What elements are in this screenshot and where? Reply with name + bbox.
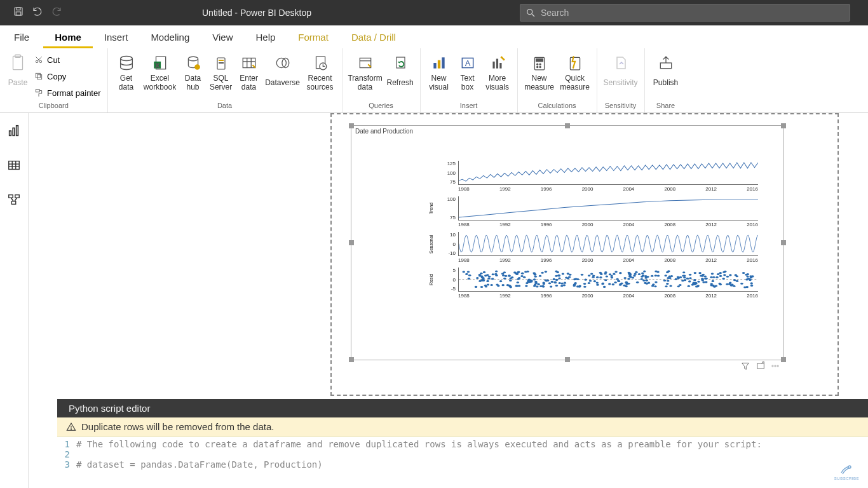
svg-point-116 [627,278,630,280]
svg-point-372 [558,274,560,276]
search-box[interactable]: Search [520,4,850,22]
save-icon[interactable] [13,6,24,20]
svg-point-381 [534,274,536,276]
focus-mode-icon[interactable] [756,361,766,374]
svg-point-163 [683,276,686,278]
svg-rect-43 [536,59,543,62]
tab-modeling[interactable]: Modeling [139,27,201,48]
svg-point-294 [688,280,691,282]
svg-point-46 [536,66,538,67]
svg-point-251 [695,281,697,283]
tab-help[interactable]: Help [245,27,287,48]
svg-point-71 [750,285,753,287]
svg-point-334 [667,270,670,272]
dataverse-button[interactable]: Dataverse [263,51,302,102]
svg-point-357 [609,273,611,275]
left-rail [0,113,29,488]
svg-point-273 [677,277,679,279]
svg-point-296 [475,286,477,288]
recent-sources-button[interactable]: Recent sources [302,51,338,102]
svg-point-100 [596,276,599,278]
svg-point-389 [71,428,71,429]
code-editor[interactable]: 1# The following code to create a datafr… [57,437,868,488]
editor-warning: Duplicate rows will be removed from the … [57,417,868,437]
svg-point-322 [719,275,722,277]
paste-button[interactable]: Paste [4,51,32,102]
format-painter-button[interactable]: Format painter [34,85,101,100]
svg-point-108 [596,284,599,286]
svg-point-377 [646,283,648,285]
svg-point-375 [617,280,620,281]
svg-point-287 [625,281,628,283]
group-data-label: Data [112,102,338,111]
cut-button[interactable]: Cut [34,52,101,67]
tab-home[interactable]: Home [43,27,93,48]
more-options-icon[interactable] [771,361,780,374]
publish-button[interactable]: Publish [649,51,683,102]
excel-workbook-button[interactable]: XExcel workbook [141,51,179,102]
svg-point-306 [511,276,513,278]
new-visual-button[interactable]: New visual [424,51,454,102]
model-view-icon[interactable] [4,189,24,210]
new-measure-button[interactable]: New measure [522,51,557,102]
svg-point-319 [515,273,518,275]
svg-point-151 [509,280,512,281]
svg-point-226 [746,276,749,278]
copy-button[interactable]: Copy [34,69,101,84]
svg-point-120 [698,272,701,274]
svg-rect-51 [13,128,15,135]
svg-point-379 [526,282,528,284]
tab-data-drill[interactable]: Data / Drill [340,27,407,48]
svg-rect-53 [9,161,20,170]
svg-point-286 [713,286,715,288]
svg-point-267 [567,273,569,274]
quick-measure-button[interactable]: Quick measure [557,51,593,102]
svg-point-256 [654,274,657,276]
enter-data-button[interactable]: Enter data [235,51,263,102]
svg-point-107 [584,279,587,281]
svg-rect-21 [219,60,224,61]
svg-point-356 [564,282,566,284]
svg-point-196 [601,283,604,285]
editor-title[interactable]: Python script editor [57,399,868,417]
refresh-button[interactable]: Refresh [384,51,416,102]
svg-point-288 [712,276,715,278]
svg-rect-58 [9,195,13,198]
tab-view[interactable]: View [201,27,244,48]
svg-point-350 [516,285,519,287]
svg-point-343 [745,278,748,280]
svg-rect-5 [13,56,23,69]
data-hub-button[interactable]: Data hub [179,51,207,102]
svg-point-295 [533,285,536,287]
get-data-button[interactable]: Get data [112,51,141,102]
svg-point-376 [728,283,731,285]
svg-line-62 [15,198,17,201]
svg-point-385 [772,365,773,367]
svg-point-330 [705,278,707,280]
svg-point-337 [632,277,634,279]
sql-server-button[interactable]: SQL Server [207,51,235,102]
transform-data-button[interactable]: Transform data [346,51,384,102]
svg-point-82 [560,283,563,285]
svg-point-269 [563,284,566,286]
svg-point-323 [749,275,752,277]
more-visuals-button[interactable]: More visuals [482,51,513,102]
svg-point-283 [574,282,576,284]
report-canvas[interactable]: Date and Production 12510075 19881992199… [29,113,868,488]
data-view-icon[interactable] [4,155,24,175]
filter-icon[interactable] [740,361,750,374]
svg-point-248 [675,278,677,280]
undo-icon[interactable] [32,6,43,20]
text-box-button[interactable]: AText box [454,51,482,102]
report-view-icon[interactable] [4,121,24,141]
plot-trend: Trend 10075 1988199219962000200420082012… [440,196,758,228]
svg-point-136 [667,280,669,281]
python-visual[interactable]: Date and Production 12510075 19881992199… [351,125,784,360]
tab-file[interactable]: File [0,27,43,48]
tab-format[interactable]: Format [287,27,340,48]
redo-icon[interactable] [51,6,62,20]
group-sensitivity-label: Sensitivity [601,102,641,111]
sensitivity-button[interactable]: Sensitivity [601,51,641,102]
svg-point-189 [670,275,673,277]
tab-insert[interactable]: Insert [93,27,140,48]
